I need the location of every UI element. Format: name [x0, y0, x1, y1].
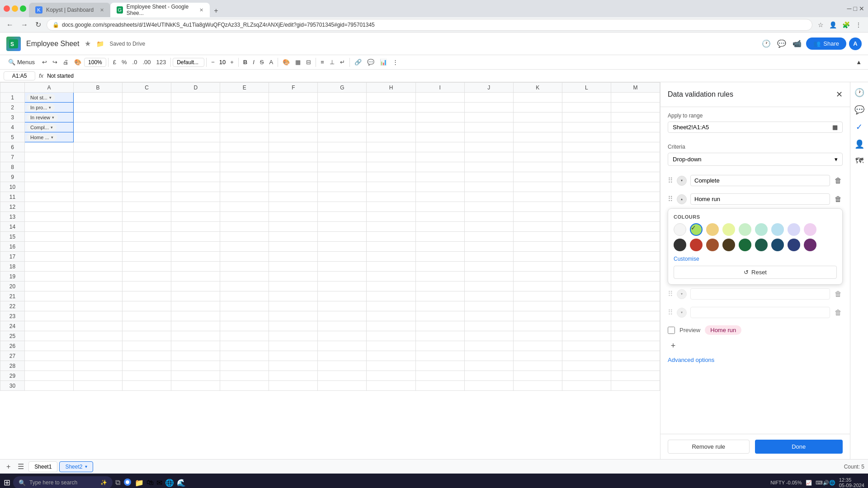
- cell-B4[interactable]: [74, 122, 123, 132]
- rule1-delete-button[interactable]: 🗑: [834, 176, 843, 186]
- col-header-E[interactable]: E: [220, 83, 269, 93]
- add-sheet-button[interactable]: +: [4, 462, 13, 472]
- cell-H3[interactable]: [367, 113, 415, 122]
- close-btn[interactable]: ✕: [859, 5, 864, 12]
- cell-E10[interactable]: [220, 182, 269, 192]
- cell-A6[interactable]: [25, 142, 74, 152]
- cell-A15[interactable]: [25, 232, 74, 242]
- cell-F17[interactable]: [269, 252, 318, 262]
- col-header-C[interactable]: C: [123, 83, 171, 93]
- cell-F21[interactable]: [269, 291, 318, 301]
- bold-btn[interactable]: B: [241, 57, 250, 67]
- cell-M20[interactable]: [611, 282, 660, 291]
- cell-E3[interactable]: [220, 113, 269, 122]
- cell-F24[interactable]: [269, 321, 318, 331]
- cell-L17[interactable]: [562, 252, 611, 262]
- cell-F13[interactable]: [269, 212, 318, 222]
- sheet2-tab[interactable]: Sheet2 ▾: [59, 461, 93, 472]
- cell-B21[interactable]: [74, 291, 123, 301]
- cell-F27[interactable]: [269, 351, 318, 361]
- cell-H30[interactable]: [367, 381, 415, 391]
- cell-E9[interactable]: [220, 172, 269, 182]
- cell-L23[interactable]: [562, 311, 611, 321]
- remove-rule-button[interactable]: Remove rule: [668, 440, 750, 454]
- cell-J17[interactable]: [464, 252, 513, 262]
- cell-J29[interactable]: [464, 371, 513, 381]
- col-header-I[interactable]: I: [415, 83, 464, 93]
- cell-H2[interactable]: [367, 103, 415, 113]
- cell-M14[interactable]: [611, 222, 660, 232]
- insert-link-btn[interactable]: 🔗: [352, 57, 364, 67]
- cell-D3[interactable]: [171, 113, 220, 122]
- formula-input[interactable]: Not started: [47, 73, 864, 79]
- cell-A30[interactable]: [25, 381, 74, 391]
- rule1-input[interactable]: [690, 175, 830, 186]
- cell-G7[interactable]: [318, 152, 367, 162]
- cell-K25[interactable]: [513, 331, 562, 341]
- dropdown-chip[interactable]: In pro... ▾: [27, 104, 55, 111]
- cell-A10[interactable]: [25, 182, 74, 192]
- cell-I23[interactable]: [415, 311, 464, 321]
- text-color-btn[interactable]: A: [267, 57, 276, 67]
- cell-J27[interactable]: [464, 351, 513, 361]
- cell-D24[interactable]: [171, 321, 220, 331]
- sheet1-tab[interactable]: Sheet1: [28, 461, 57, 472]
- taskbar-edge[interactable]: 🌊: [177, 479, 186, 487]
- color-swatch-pink-light[interactable]: [804, 223, 816, 236]
- cell-K22[interactable]: [513, 301, 562, 311]
- dropdown-chip[interactable]: In review ▾: [27, 114, 58, 121]
- cell-I5[interactable]: [415, 132, 464, 142]
- close-window-btn[interactable]: [4, 5, 10, 12]
- cell-L2[interactable]: [562, 103, 611, 113]
- cell-F1[interactable]: [269, 93, 318, 103]
- cell-B8[interactable]: [74, 162, 123, 172]
- cell-B25[interactable]: [74, 331, 123, 341]
- cell-J28[interactable]: [464, 361, 513, 371]
- cell-F19[interactable]: [269, 272, 318, 282]
- row-number-29[interactable]: 29: [0, 371, 25, 381]
- row-number-21[interactable]: 21: [0, 291, 25, 301]
- cell-G26[interactable]: [318, 341, 367, 351]
- cell-M4[interactable]: [611, 122, 660, 132]
- cell-K13[interactable]: [513, 212, 562, 222]
- done-button[interactable]: Done: [755, 440, 843, 454]
- cell-A9[interactable]: [25, 172, 74, 182]
- cell-I8[interactable]: [415, 162, 464, 172]
- cell-M7[interactable]: [611, 152, 660, 162]
- cell-F6[interactable]: [269, 142, 318, 152]
- cell-M8[interactable]: [611, 162, 660, 172]
- cell-J1[interactable]: [464, 93, 513, 103]
- insert-chart-btn[interactable]: 📊: [377, 57, 390, 67]
- cell-C6[interactable]: [123, 142, 171, 152]
- insert-comment-btn[interactable]: 💬: [364, 57, 377, 67]
- cell-I20[interactable]: [415, 282, 464, 291]
- cell-M6[interactable]: [611, 142, 660, 152]
- cell-G24[interactable]: [318, 321, 367, 331]
- cell-K10[interactable]: [513, 182, 562, 192]
- bookmark-btn[interactable]: ☆: [816, 20, 826, 29]
- cell-B9[interactable]: [74, 172, 123, 182]
- cell-I13[interactable]: [415, 212, 464, 222]
- cell-I9[interactable]: [415, 172, 464, 182]
- cell-L11[interactable]: [562, 192, 611, 202]
- cell-E20[interactable]: [220, 282, 269, 291]
- cell-G19[interactable]: [318, 272, 367, 282]
- cell-H21[interactable]: [367, 291, 415, 301]
- cell-J15[interactable]: [464, 232, 513, 242]
- cell-A18[interactable]: [25, 262, 74, 272]
- cell-I10[interactable]: [415, 182, 464, 192]
- cell-E28[interactable]: [220, 361, 269, 371]
- cell-J26[interactable]: [464, 341, 513, 351]
- cell-E5[interactable]: [220, 132, 269, 142]
- cell-M3[interactable]: [611, 113, 660, 122]
- cell-C24[interactable]: [123, 321, 171, 331]
- cell-D5[interactable]: [171, 132, 220, 142]
- row-number-20[interactable]: 20: [0, 282, 25, 291]
- cell-A5[interactable]: Home ... ▾: [25, 132, 74, 142]
- cell-B23[interactable]: [74, 311, 123, 321]
- taskbar-store[interactable]: 🛍: [146, 479, 154, 487]
- cell-C7[interactable]: [123, 152, 171, 162]
- col-header-J[interactable]: J: [464, 83, 513, 93]
- row-number-24[interactable]: 24: [0, 321, 25, 331]
- cell-E23[interactable]: [220, 311, 269, 321]
